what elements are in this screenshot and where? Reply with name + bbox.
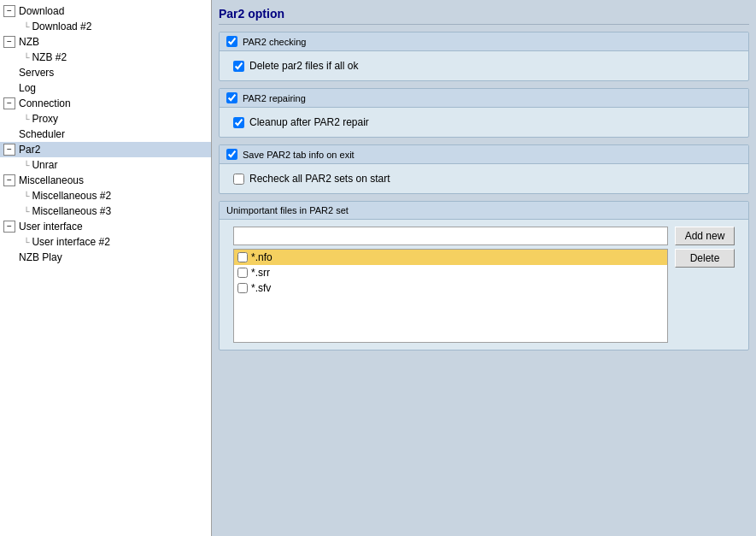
buttons-area: Add new Delete — [675, 227, 735, 268]
files-list: *.nfo*.srr*.sfv — [233, 249, 668, 343]
sidebar-item-download2[interactable]: └ Download #2 — [0, 19, 211, 34]
page-title: Par2 option — [219, 7, 749, 25]
expand-icon-connection[interactable]: − — [3, 97, 15, 109]
tree-connector-userinterface2: └ — [19, 238, 32, 247]
option-row-delete-par2: Delete par2 files if all ok — [233, 58, 735, 74]
section-header-par2-repairing: PAR2 repairing — [220, 89, 748, 108]
sidebar-label-userinterface2: User interface #2 — [32, 236, 109, 248]
section-checkbox-save-par2[interactable] — [226, 149, 237, 160]
section-title-par2-repairing: PAR2 repairing — [243, 93, 306, 103]
section-par2-repairing: PAR2 repairingCleanup after PAR2 repair — [219, 88, 749, 138]
expand-icon-par2[interactable]: − — [3, 144, 15, 156]
sidebar-item-unrar[interactable]: └ Unrar — [0, 157, 211, 173]
section-header-save-par2: Save PAR2 tab info on exit — [220, 145, 748, 164]
file-item-checkbox-sfv[interactable] — [237, 283, 248, 293]
option-label-delete-par2: Delete par2 files if all ok — [249, 60, 358, 72]
option-checkbox-delete-par2[interactable] — [233, 61, 244, 72]
option-label-recheck-par2: Recheck all PAR2 sets on start — [249, 173, 390, 185]
sidebar-label-nzbplay: NZB Play — [19, 251, 62, 263]
delete-button[interactable]: Delete — [675, 249, 735, 268]
sidebar-item-servers[interactable]: Servers — [0, 65, 211, 80]
sidebar-label-misc3: Miscellaneous #3 — [32, 205, 111, 217]
sidebar-item-log[interactable]: Log — [0, 80, 211, 96]
sidebar-label-log: Log — [19, 82, 36, 94]
sidebar-item-download[interactable]: −Download — [0, 3, 211, 19]
sidebar-item-nzb2[interactable]: └ NZB #2 — [0, 50, 211, 65]
expand-icon-nzb[interactable]: − — [3, 36, 15, 48]
sidebar-item-par2[interactable]: −Par2 — [0, 142, 211, 157]
option-row-cleanup-par2: Cleanup after PAR2 repair — [233, 115, 735, 130]
section-title-save-par2: Save PAR2 tab info on exit — [243, 150, 355, 160]
sidebar-item-userinterface2[interactable]: └ User interface #2 — [0, 234, 211, 250]
sidebar-label-connection: Connection — [19, 97, 71, 109]
sidebar-label-misc2: Miscellaneous #2 — [32, 190, 111, 202]
section-par2-checking: PAR2 checkingDelete par2 files if all ok — [219, 32, 749, 81]
sidebar: −Download └ Download #2−NZB └ NZB #2Serv… — [0, 0, 212, 536]
option-checkbox-cleanup-par2[interactable] — [233, 117, 244, 128]
sidebar-label-miscellaneous: Miscellaneous — [19, 174, 84, 186]
expand-icon-userinterface[interactable]: − — [3, 221, 15, 233]
sidebar-label-unrar: Unrar — [32, 159, 57, 171]
main-content: Par2 option PAR2 checkingDelete par2 fil… — [212, 0, 756, 536]
unimportant-files-title: Unimportant files in PAR2 set — [226, 205, 349, 215]
sidebar-label-download: Download — [19, 5, 64, 17]
file-item-label-srr: *.srr — [251, 267, 270, 279]
section-save-par2: Save PAR2 tab info on exitRecheck all PA… — [219, 144, 749, 194]
expand-icon-download[interactable]: − — [3, 5, 15, 17]
sidebar-label-scheduler: Scheduler — [19, 128, 65, 140]
option-checkbox-recheck-par2[interactable] — [233, 174, 244, 185]
file-list-item-nfo[interactable]: *.nfo — [234, 250, 667, 265]
file-list-item-sfv[interactable]: *.sfv — [234, 280, 667, 296]
sidebar-item-misc2[interactable]: └ Miscellaneous #2 — [0, 188, 211, 203]
sidebar-label-servers: Servers — [19, 67, 54, 79]
tree-connector-unrar: └ — [19, 161, 32, 170]
section-title-par2-checking: PAR2 checking — [243, 37, 306, 47]
expand-icon-miscellaneous[interactable]: − — [3, 174, 15, 186]
sidebar-item-userinterface[interactable]: −User interface — [0, 219, 211, 234]
file-item-label-sfv: *.sfv — [251, 282, 271, 294]
sidebar-item-miscellaneous[interactable]: −Miscellaneous — [0, 173, 211, 188]
sidebar-label-par2: Par2 — [19, 144, 40, 156]
files-list-area: *.nfo*.srr*.sfv — [233, 227, 668, 343]
sidebar-item-scheduler[interactable]: Scheduler — [0, 127, 211, 142]
section-checkbox-par2-repairing[interactable] — [226, 92, 237, 103]
option-label-cleanup-par2: Cleanup after PAR2 repair — [249, 116, 369, 128]
tree-connector-misc2: └ — [19, 191, 32, 201]
sidebar-item-nzb[interactable]: −NZB — [0, 34, 211, 50]
file-list-item-srr[interactable]: *.srr — [234, 265, 667, 280]
sidebar-item-connection[interactable]: −Connection — [0, 96, 211, 111]
tree-connector-nzb2: └ — [19, 53, 32, 62]
option-row-recheck-par2: Recheck all PAR2 sets on start — [233, 171, 735, 186]
section-header-par2-checking: PAR2 checking — [220, 32, 748, 51]
file-item-checkbox-srr[interactable] — [237, 268, 248, 278]
new-file-input[interactable] — [233, 227, 668, 245]
tree-connector-misc3: └ — [19, 207, 32, 216]
tree-connector-proxy: └ — [19, 115, 32, 124]
section-checkbox-par2-checking[interactable] — [226, 36, 237, 47]
file-item-checkbox-nfo[interactable] — [237, 252, 248, 262]
sidebar-label-download2: Download #2 — [32, 21, 91, 32]
sidebar-label-proxy: Proxy — [32, 113, 58, 125]
sidebar-item-proxy[interactable]: └ Proxy — [0, 111, 211, 127]
sidebar-label-userinterface: User interface — [19, 221, 83, 233]
unimportant-files-header: Unimportant files in PAR2 set — [220, 202, 748, 220]
tree-connector-download2: └ — [19, 22, 32, 32]
unimportant-files-section: Unimportant files in PAR2 set *.nfo*.srr… — [219, 201, 749, 350]
add-new-button[interactable]: Add new — [675, 227, 735, 245]
sidebar-label-nzb: NZB — [19, 36, 39, 48]
sidebar-item-misc3[interactable]: └ Miscellaneous #3 — [0, 203, 211, 219]
sidebar-label-nzb2: NZB #2 — [32, 51, 67, 63]
file-item-label-nfo: *.nfo — [251, 251, 273, 263]
sidebar-item-nzbplay[interactable]: NZB Play — [0, 250, 211, 265]
